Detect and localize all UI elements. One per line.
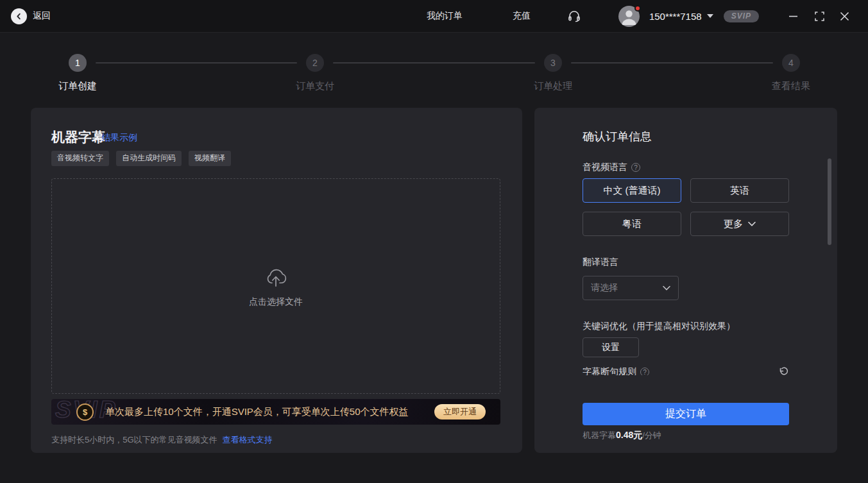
back-button[interactable]: 返回 (11, 8, 51, 24)
help-icon[interactable] (631, 163, 640, 172)
step-4-circle: 4 (782, 54, 800, 72)
keyword-settings-button[interactable]: 设置 (583, 337, 639, 357)
cloud-upload-icon (263, 264, 289, 290)
step-2-circle: 2 (306, 54, 324, 72)
feature-tag: 视频翻译 (189, 151, 231, 166)
audio-language-label-text: 音视频语言 (583, 162, 627, 173)
lang-option-cantonese[interactable]: 粤语 (583, 212, 681, 236)
scrollbar-thumb[interactable] (828, 158, 831, 245)
keyword-optimize-label-text: 关键词优化（用于提高相对识别效果） (583, 321, 735, 332)
account-caret-down-icon[interactable] (707, 14, 713, 18)
close-button[interactable] (838, 10, 850, 22)
step-line-2 (333, 62, 535, 64)
keyword-settings-label: 设置 (602, 342, 620, 353)
price-value: 0.48元 (616, 430, 642, 440)
order-confirm-panel: 确认订单信息 音视频语言 中文 (普通话) 英语 粤语 更多 翻译语言 请选择 … (534, 108, 837, 453)
lang-more-button[interactable]: 更多 (690, 212, 789, 236)
open-svip-button[interactable]: 立即开通 (434, 404, 486, 419)
maximize-button[interactable] (813, 10, 825, 22)
translate-language-label: 翻译语言 (583, 257, 618, 268)
restrictions-text: 支持时长5小时内，5G以下的常见音视频文件 (51, 435, 217, 445)
price-row: 机器字幕0.48元/分钟 (583, 430, 661, 441)
price-prefix: 机器字幕 (583, 430, 616, 440)
back-label: 返回 (33, 10, 51, 22)
service-title: 机器字幕 (51, 128, 105, 146)
step-line-3 (571, 62, 773, 64)
step-1-circle: 1 (69, 54, 87, 72)
minimize-button[interactable] (787, 10, 799, 22)
confirm-title: 确认订单信息 (583, 129, 652, 144)
help-icon (640, 368, 649, 375)
svip-badge: SVIP (724, 10, 759, 22)
nav-recharge[interactable]: 充值 (513, 10, 531, 22)
subtitle-rule-label: 字幕断句规则 (583, 366, 649, 375)
svip-promo-banner: SVIP $ 单次最多上传10个文件，开通SVIP会员，可享受单次上传50个文件… (51, 399, 500, 425)
format-support-link[interactable]: 查看格式支持 (223, 435, 273, 445)
price-unit: /分钟 (642, 430, 661, 440)
upload-hint-label: 点击选择文件 (249, 296, 303, 308)
step-1-label: 订单创建 (39, 80, 116, 92)
keyword-optimize-label: 关键词优化（用于提高相对识别效果） (583, 321, 735, 332)
support-headset-icon[interactable] (567, 9, 581, 23)
lang-option-label: 英语 (730, 185, 749, 197)
user-avatar[interactable] (618, 6, 640, 27)
lang-more-label: 更多 (724, 218, 743, 230)
order-create-panel: 机器字幕 结果示例 音视频转文字 自动生成时间码 视频翻译 点击选择文件 SVI… (31, 108, 522, 453)
app-window: 返回 我的订单 充值 150****7158 SVIP (0, 0, 868, 483)
feature-tags: 音视频转文字 自动生成时间码 视频翻译 (51, 151, 231, 166)
lang-option-mandarin[interactable]: 中文 (普通话) (583, 178, 681, 203)
lang-option-english[interactable]: 英语 (690, 178, 789, 203)
step-3-circle: 3 (544, 54, 562, 72)
step-4-label: 查看结果 (753, 80, 830, 92)
nav-my-orders[interactable]: 我的订单 (427, 10, 463, 22)
submit-order-label: 提交订单 (665, 407, 706, 421)
step-indicator: 1 2 3 4 订单创建 订单支付 订单处理 查看结果 (0, 33, 868, 97)
clipped-scroll-row: 字幕断句规则 (583, 366, 789, 375)
account-phone[interactable]: 150****7158 (649, 11, 702, 22)
file-upload-dropzone[interactable]: 点击选择文件 (51, 178, 500, 394)
reset-icon[interactable] (779, 366, 789, 375)
result-example-link[interactable]: 结果示例 (101, 132, 137, 144)
chevron-down-icon (748, 221, 756, 226)
svip-coin-icon: $ (76, 403, 94, 421)
audio-language-label: 音视频语言 (583, 162, 640, 173)
svip-promo-text: 单次最多上传10个文件，开通SVIP会员，可享受单次上传50个文件权益 (105, 406, 409, 418)
notification-dot (634, 5, 641, 12)
step-2-label: 订单支付 (277, 80, 353, 92)
feature-tag: 音视频转文字 (51, 151, 109, 166)
chevron-down-icon (663, 285, 670, 291)
titlebar: 返回 我的订单 充值 150****7158 SVIP (0, 0, 868, 33)
lang-option-label: 中文 (普通话) (603, 185, 660, 197)
feature-tag: 自动生成时间码 (116, 151, 182, 166)
step-3-label: 订单处理 (515, 80, 591, 92)
select-placeholder: 请选择 (591, 282, 618, 294)
subtitle-rule-label-text: 字幕断句规则 (583, 366, 636, 375)
step-line-1 (96, 62, 297, 64)
lang-option-label: 粤语 (622, 218, 642, 230)
translate-language-label-text: 翻译语言 (583, 257, 618, 268)
chevron-left-icon (11, 8, 27, 24)
translate-language-select[interactable]: 请选择 (583, 276, 679, 300)
submit-order-button[interactable]: 提交订单 (583, 403, 789, 425)
upload-restrictions: 支持时长5小时内，5G以下的常见音视频文件查看格式支持 (51, 434, 273, 446)
